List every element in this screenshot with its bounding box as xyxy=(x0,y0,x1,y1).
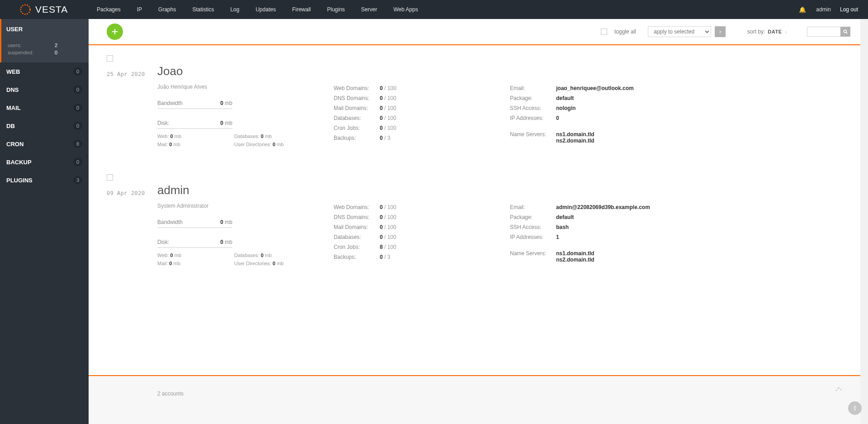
disk-breakdown: Web: 0 mb Databases: 0 mb Mail: 0 mb Use… xyxy=(157,252,311,269)
record-left: 09 Apr 2020 xyxy=(107,174,157,269)
user-fullname: System Administrator xyxy=(157,203,334,209)
sidebar-item-label: USER xyxy=(6,26,23,33)
logout-link[interactable]: Log out xyxy=(840,6,858,13)
topnav-item-packages[interactable]: Packages xyxy=(89,0,129,19)
user-name[interactable]: admin xyxy=(157,183,334,197)
user-date: 25 Apr 2020 xyxy=(107,71,157,78)
sidebar-badge: 0 xyxy=(73,158,82,166)
user-record: 25 Apr 2020 Joao João Henrique Alves Ban… xyxy=(89,55,860,172)
footer: 2 accounts xyxy=(89,375,860,424)
accounts-count: 2 accounts xyxy=(157,391,842,397)
search-icon xyxy=(843,29,848,34)
arrow-up-icon: ⇧ xyxy=(852,405,858,412)
sidebar-item-cron[interactable]: CRON 8 xyxy=(0,135,89,153)
plus-icon xyxy=(111,28,118,35)
sort-by-label: sort by: xyxy=(747,29,765,35)
topnav-item-server[interactable]: Server xyxy=(353,0,385,19)
topnav-item-ip[interactable]: IP xyxy=(129,0,150,19)
bandwidth-bar xyxy=(157,227,232,228)
sort-by: sort by: DATE ↓ xyxy=(747,29,787,35)
notifications-icon[interactable]: 🔔 xyxy=(799,6,806,13)
sidebar-item-label: BACKUP xyxy=(6,159,32,166)
sidebar-item-mail[interactable]: MAIL 0 xyxy=(0,99,89,117)
topnav-item-updates[interactable]: Updates xyxy=(247,0,284,19)
user-fullname: João Henrique Alves xyxy=(157,84,334,90)
select-user-checkbox[interactable] xyxy=(107,55,113,62)
sidebar-badge: 8 xyxy=(73,140,82,148)
record-left: 25 Apr 2020 xyxy=(107,55,157,150)
bandwidth-bar xyxy=(157,108,232,109)
user-name[interactable]: Joao xyxy=(157,64,334,78)
sidebar: USER users:2suspended:0 WEB 0DNS 0MAIL 0… xyxy=(0,19,89,424)
sidebar-item-user[interactable]: USER xyxy=(0,19,89,39)
sidebar-item-plugins[interactable]: PLUGINS 3 xyxy=(0,171,89,189)
disk-bar xyxy=(157,247,232,248)
toggle-all-label[interactable]: toggle all xyxy=(614,29,636,35)
user-records: 25 Apr 2020 Joao João Henrique Alves Ban… xyxy=(89,45,860,366)
sidebar-badge: 0 xyxy=(73,122,82,130)
footer-icons xyxy=(835,385,842,392)
sidebar-item-label: WEB xyxy=(6,68,20,75)
graph-icon[interactable] xyxy=(835,385,842,392)
sidebar-badge: 0 xyxy=(73,104,82,112)
svg-point-0 xyxy=(21,5,30,14)
topnav-item-graphs[interactable]: Graphs xyxy=(150,0,184,19)
sidebar-item-dns[interactable]: DNS 0 xyxy=(0,81,89,99)
svg-line-6 xyxy=(836,388,839,391)
sidebar-user-stats: users:2suspended:0 xyxy=(0,39,89,62)
svg-line-7 xyxy=(839,388,841,390)
topnav-item-log[interactable]: Log xyxy=(222,0,247,19)
add-user-button[interactable] xyxy=(107,24,123,40)
sort-by-value[interactable]: DATE xyxy=(768,29,782,34)
toolbar-right: toggle all apply to selected › sort by: … xyxy=(601,26,860,37)
disk-breakdown: Web: 0 mb Databases: 0 mb Mail: 0 mb Use… xyxy=(157,133,311,150)
user-nameservers: ns1.domain.tldns2.domain.tld xyxy=(556,131,594,144)
current-user-link[interactable]: admin xyxy=(816,6,831,13)
search-button[interactable] xyxy=(840,27,850,37)
apply-action-select[interactable]: apply to selected xyxy=(648,26,711,37)
user-nameservers: ns1.domain.tldns2.domain.tld xyxy=(556,250,594,263)
chevron-right-icon: › xyxy=(719,29,721,35)
sidebar-item-db[interactable]: DB 0 xyxy=(0,117,89,135)
sidebar-item-label: PLUGINS xyxy=(6,177,33,184)
scroll-to-top-button[interactable]: ⇧ xyxy=(848,401,862,415)
topnav-item-statistics[interactable]: Statistics xyxy=(184,0,222,19)
user-ips: 1 xyxy=(556,234,559,240)
sidebar-item-label: MAIL xyxy=(6,105,21,111)
user-record: 09 Apr 2020 admin System Administrator B… xyxy=(89,174,860,291)
brand-text: VESTA xyxy=(35,4,68,15)
user-email: admin@22082069d39b.example.com xyxy=(556,204,650,210)
sidebar-item-label: CRON xyxy=(6,141,24,148)
sidebar-item-label: DB xyxy=(6,123,15,129)
user-email: joao_henriquee@outlook.com xyxy=(556,85,634,91)
svg-point-1 xyxy=(844,30,846,33)
layout: USER users:2suspended:0 WEB 0DNS 0MAIL 0… xyxy=(0,19,868,424)
sort-direction-icon[interactable]: ↓ xyxy=(785,29,788,34)
topnav-item-web-apps[interactable]: Web Apps xyxy=(385,0,426,19)
svg-line-2 xyxy=(846,33,848,34)
sidebar-item-backup[interactable]: BACKUP 0 xyxy=(0,153,89,171)
user-package: default xyxy=(556,95,574,101)
disk-bar xyxy=(157,128,232,129)
user-ips: 0 xyxy=(556,115,559,121)
user-ssh: bash xyxy=(556,224,569,230)
sidebar-item-label: DNS xyxy=(6,86,19,93)
sidebar-item-web[interactable]: WEB 0 xyxy=(0,62,89,81)
apply-action-button[interactable]: › xyxy=(715,26,726,37)
sidebar-badge: 3 xyxy=(73,176,82,184)
sidebar-badge: 0 xyxy=(73,86,82,94)
main: toggle all apply to selected › sort by: … xyxy=(89,19,860,424)
scrollbar[interactable] xyxy=(860,19,868,424)
select-user-checkbox[interactable] xyxy=(107,174,113,181)
search-box xyxy=(807,27,850,37)
toggle-all-checkbox[interactable] xyxy=(601,29,607,35)
topnav-item-plugins[interactable]: Plugins xyxy=(319,0,353,19)
sidebar-badge: 0 xyxy=(73,67,82,76)
logo[interactable]: VESTA xyxy=(0,0,89,19)
search-input[interactable] xyxy=(807,27,840,37)
toolbar: toggle all apply to selected › sort by: … xyxy=(89,19,860,45)
topnav-menu: PackagesIPGraphsStatisticsLogUpdatesFire… xyxy=(89,0,426,19)
topnav-item-firewall[interactable]: Firewall xyxy=(284,0,319,19)
user-date: 09 Apr 2020 xyxy=(107,191,157,197)
vesta-logo-icon xyxy=(19,3,32,16)
